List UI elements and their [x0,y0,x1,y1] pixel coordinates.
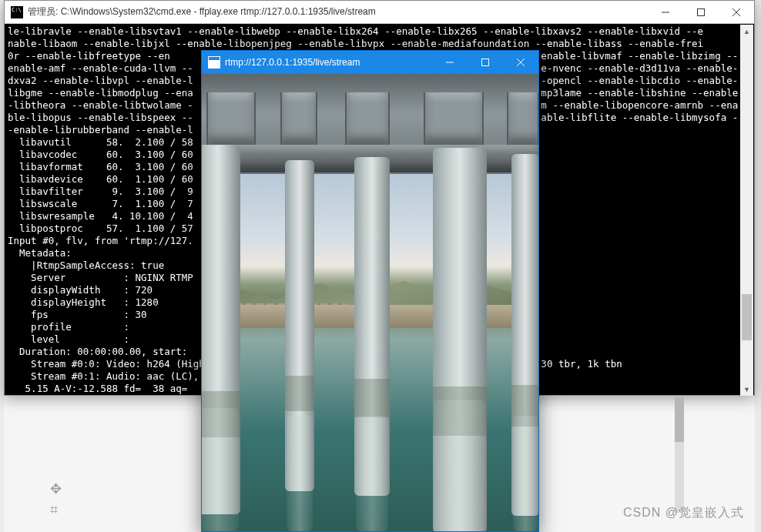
scroll-down-icon[interactable]: ▼ [740,383,753,396]
grid-tool-icon[interactable]: ⌗ [50,502,62,518]
scene-beam [206,92,256,145]
editor-right-pane [755,0,761,532]
scene-reflection [287,416,313,531]
ffplay-window-controls [432,51,538,74]
ffplay-icon [208,56,220,69]
cmd-scroll-thumb[interactable] [742,294,752,340]
scene-beam [345,92,390,145]
scene-reflection [202,408,239,531]
cmd-titlebar[interactable]: 管理员: C:\Windows\System32\cmd.exe - ffpla… [5,1,754,24]
ffplay-window: rtmp://127.0.0.1:1935/live/stream [201,50,539,532]
editor-tool-icons: ✥ ⌗ [50,476,62,523]
scene-reflection [513,416,538,531]
editor-scrollbar[interactable] [675,397,684,513]
scroll-up-icon[interactable]: ▲ [740,25,753,38]
cmd-icon [11,6,23,18]
scene-beam [424,92,484,145]
svg-rect-1 [698,8,705,15]
svg-rect-5 [482,59,489,66]
maximize-icon [697,8,705,16]
close-icon [517,59,525,66]
close-icon [733,8,740,16]
scene-beam [507,92,538,145]
scene-beam [280,92,317,145]
cmd-title-text: 管理员: C:\Windows\System32\cmd.exe - ffpla… [28,5,648,18]
move-tool-icon[interactable]: ✥ [50,480,62,497]
cmd-scrollbar[interactable]: ▲ ▼ [740,25,753,396]
ffplay-minimize-button[interactable] [432,51,468,74]
ffplay-maximize-button[interactable] [468,51,503,74]
scene-reflection [434,400,485,531]
cmd-minimize-button[interactable] [648,1,683,23]
minimize-icon [662,8,669,16]
video-viewport[interactable] [202,74,538,531]
ffplay-titlebar[interactable]: rtmp://127.0.0.1:1935/live/stream [202,51,538,74]
minimize-icon [446,59,454,66]
editor-scroll-thumb[interactable] [675,397,684,442]
maximize-icon [481,59,489,66]
cmd-window-controls [648,1,754,23]
scene-reflection [356,416,388,531]
ffplay-title-text: rtmp://127.0.0.1:1935/live/stream [225,57,432,68]
cmd-close-button[interactable] [719,1,754,23]
watermark-text: CSDN @觉皇嵌入式 [623,505,744,521]
cmd-maximize-button[interactable] [683,1,719,23]
ffplay-close-button[interactable] [503,51,538,74]
